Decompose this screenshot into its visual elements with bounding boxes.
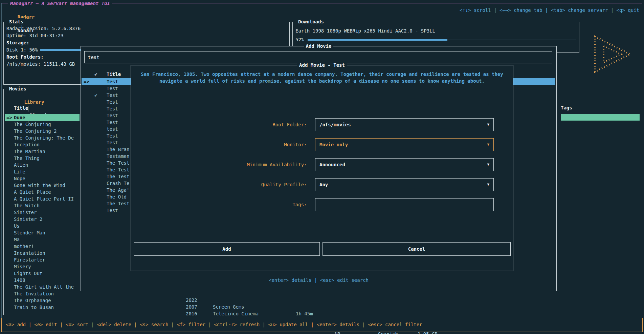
movie-list-item[interactable]: Ma — [5, 236, 80, 243]
result-title: The Test — [107, 160, 129, 166]
monitor-label: Monitor: — [131, 138, 310, 151]
add-movie-title: Add Movie — [304, 43, 334, 49]
downloads-panel-title: Downloads — [296, 18, 326, 25]
movies-panel-title: Movies — [7, 85, 28, 92]
stats-panel-title: Stats — [7, 18, 25, 25]
result-title: Test — [107, 119, 118, 126]
logo-panel — [583, 22, 641, 86]
overlay-keybind-help: <enter> details | <esc> edit search — [269, 277, 369, 284]
movie-list-item[interactable]: The Conjuring — [5, 121, 80, 128]
movie-list-item[interactable]: Nope — [5, 175, 80, 182]
movie-list-item[interactable]: Misery — [5, 263, 80, 270]
movie-title: Lights Out — [14, 271, 42, 276]
movie-list-item[interactable]: Incantation — [5, 250, 80, 256]
movie-title: Alien — [14, 162, 28, 168]
movie-title: Misery — [14, 264, 31, 269]
movie-title: Sinister — [14, 210, 37, 215]
result-title: Test — [107, 207, 118, 214]
movie-list-item[interactable]: 1408 — [5, 277, 80, 284]
chevron-down-icon: ▼ — [487, 179, 489, 191]
root-folder-usage: /nfs/movies: 11511.43 GB — [6, 61, 75, 67]
movie-list-item[interactable]: Us — [5, 223, 80, 229]
movie-list-item[interactable]: Sinister — [5, 209, 80, 216]
movie-list-item[interactable]: The Conjuring 2 — [5, 128, 80, 134]
movie-list-item[interactable]: The Thing — [5, 155, 80, 162]
movie-list: =>Dune The Conjuring The Conjuring 2 The… — [5, 114, 80, 311]
movie-title: Incantation — [14, 250, 45, 256]
chevron-down-icon: ▼ — [487, 139, 489, 151]
movie-list-item[interactable]: The Girl with All the — [5, 284, 80, 290]
result-title: Crash Te — [107, 180, 129, 187]
movie-title: The Witch — [14, 203, 40, 208]
storage-heading: Storage: — [6, 39, 29, 46]
selection-arrow-icon: => — [84, 78, 89, 85]
movie-title: Nope — [14, 176, 25, 181]
movie-table-row[interactable]: 2007 Telecinco Cinema 1h 45m R Spanish 0… — [0, 297, 644, 304]
movie-title: The Conjuring: The De — [14, 135, 74, 141]
movie-title: 1408 — [14, 277, 25, 283]
movie-list-item[interactable]: The Martian — [5, 148, 80, 155]
movie-list-item[interactable]: Life — [5, 168, 80, 175]
add-movie-details-modal: Add Movie - Test San Francisco, 1985. Tw… — [131, 65, 513, 271]
movies-title-column-header: Title — [14, 105, 28, 111]
result-title: The Test — [107, 173, 129, 180]
managarr-app: Managarr — A Servarr management TUI Rada… — [0, 0, 644, 334]
monitor-value: Movie only — [319, 139, 348, 151]
movie-list-item[interactable]: mother! — [5, 243, 80, 250]
result-title: Testamen — [107, 153, 129, 160]
tab-library[interactable]: Library — [24, 99, 44, 105]
quality-profile-select[interactable]: Any ▼ — [315, 178, 494, 191]
movie-list-item[interactable]: =>Dune — [5, 114, 80, 121]
result-title: Test — [107, 132, 118, 139]
movie-list-item[interactable]: A Quiet Place Part II — [5, 195, 80, 202]
movie-list-item[interactable]: Gone with the Wind — [5, 182, 80, 189]
movie-table-row[interactable]: 2016 Next Entertainment World 1h 58m NR … — [0, 304, 644, 310]
movie-list-item[interactable]: The Witch — [5, 202, 80, 209]
monitor-select[interactable]: Movie only ▼ — [315, 138, 494, 151]
movie-list-item[interactable]: A Quiet Place — [5, 189, 80, 195]
movie-title: The Conjuring — [14, 122, 51, 127]
movie-title: Ma — [14, 237, 20, 242]
movie-list-item[interactable]: Firestarter — [5, 256, 80, 263]
movie-list-item[interactable]: Alien — [5, 162, 80, 168]
result-title: The Old — [107, 193, 127, 200]
result-title: Test — [107, 112, 118, 119]
download-percent-label: 52% — [295, 36, 304, 43]
add-movie-search-input[interactable] — [85, 51, 552, 63]
movie-list-item[interactable]: The Conjuring: The De — [5, 134, 80, 141]
managarr-play-logo-icon — [590, 34, 634, 75]
movie-title: Dune — [14, 115, 25, 120]
movie-title: Inception — [14, 142, 40, 147]
tags-input-box — [315, 198, 494, 211]
root-folders-heading: Root Folders: — [6, 54, 44, 60]
movie-list-item[interactable]: Inception — [5, 141, 80, 148]
movie-title: Sinister 2 — [14, 216, 42, 222]
minimum-availability-label: Minimum Availability: — [131, 158, 310, 171]
tags-input[interactable] — [315, 199, 493, 211]
movie-title: Gone with the Wind — [14, 183, 65, 188]
cancel-button[interactable]: Cancel — [323, 242, 511, 256]
add-button[interactable]: Add — [134, 242, 320, 256]
root-folder-select[interactable]: /nfs/movies ▼ — [315, 118, 494, 131]
results-title-column-header: Title — [107, 71, 121, 78]
movie-title: The Conjuring 2 — [14, 128, 57, 134]
movie-list-item[interactable]: Slender Man — [5, 229, 80, 236]
movie-list-item[interactable]: Sinister 2 — [5, 216, 80, 223]
chevron-down-icon: ▼ — [487, 119, 489, 131]
movie-title: mother! — [14, 244, 34, 249]
download-gauge — [308, 36, 576, 43]
checkmark-column-header: ✔ — [94, 71, 97, 78]
movie-list-item[interactable]: Lights Out — [5, 270, 80, 277]
quality-profile-value: Any — [319, 179, 328, 191]
result-title: Test — [107, 139, 118, 146]
movie-overview-text: San Francisco, 1985. Two opposites attra… — [139, 71, 505, 84]
bottom-keybar: <a> add | <e> edit | <o> sort | <del> de… — [1, 318, 643, 332]
movie-title: Firestarter — [14, 257, 45, 263]
modal-title: Add Movie - Test — [297, 62, 347, 68]
radarr-version-text: Radarr Version: 5.2.6.8376 — [6, 25, 81, 32]
result-title: The Test — [107, 200, 129, 207]
movie-title: Life — [14, 169, 25, 174]
movie-studio: Telecinco Cinema — [213, 310, 259, 317]
minimum-availability-select[interactable]: Announced ▼ — [315, 158, 494, 171]
result-title: The Aga' — [107, 187, 129, 193]
